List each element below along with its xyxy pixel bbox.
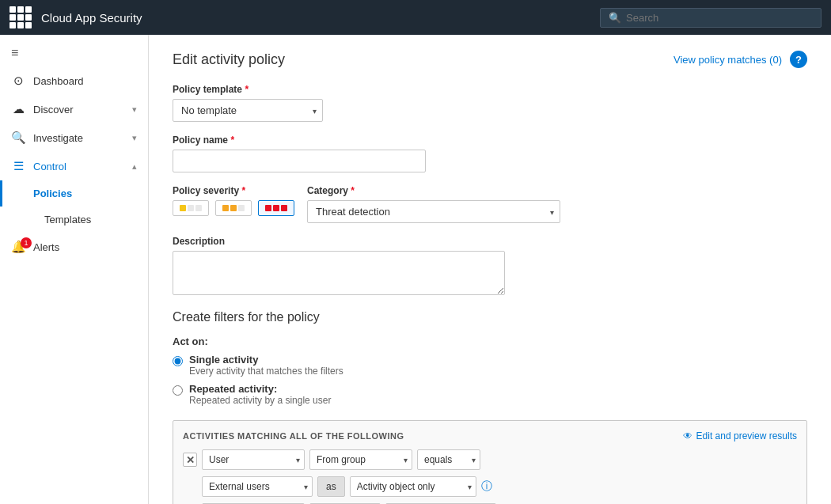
filter-op-from-group-wrap: From group bbox=[309, 449, 412, 470]
filter-row-user: ✕ User From group equals bbox=[183, 449, 797, 470]
view-policy-matches-link[interactable]: View policy matches (0) bbox=[674, 54, 782, 66]
single-activity-radio[interactable] bbox=[173, 356, 183, 366]
policy-name-label: Policy name * bbox=[173, 135, 807, 146]
info-icon[interactable]: ⓘ bbox=[481, 479, 492, 494]
description-textarea[interactable] bbox=[173, 251, 505, 295]
edit-preview-button[interactable]: 👁 Edit and preview results bbox=[683, 430, 797, 441]
filter-field-user-wrap: User bbox=[202, 449, 305, 470]
as-button[interactable]: as bbox=[317, 476, 345, 497]
policy-severity-group: Policy severity * bbox=[173, 185, 294, 223]
filter-remove-user[interactable]: ✕ bbox=[183, 453, 197, 467]
sidebar-item-label: Templates bbox=[44, 214, 91, 225]
severity-high-button[interactable] bbox=[258, 200, 294, 216]
filter-box-title: ACTIVITIES MATCHING ALL OF THE FOLLOWING bbox=[183, 431, 404, 441]
severity-medium-button[interactable] bbox=[215, 200, 252, 216]
topbar: Cloud App Security 🔍 bbox=[0, 0, 831, 35]
sidebar-item-label: Alerts bbox=[33, 241, 59, 253]
app-grid-icon[interactable] bbox=[9, 6, 32, 28]
filter-row-user-ext: External users as Activity object only ⓘ bbox=[202, 476, 797, 497]
policy-name-group: Policy name * Microsoft Teams - External… bbox=[173, 135, 807, 172]
sidebar-item-label: Control bbox=[33, 161, 66, 172]
sidebar-item-label: Discover bbox=[33, 104, 74, 116]
dashboard-icon: ⊙ bbox=[11, 74, 25, 88]
filter-equals-wrap: equals bbox=[417, 449, 480, 470]
search-input[interactable] bbox=[626, 12, 813, 24]
page-header: Edit activity policy View policy matches… bbox=[173, 51, 807, 68]
severity-low-button[interactable] bbox=[173, 200, 209, 216]
discover-icon: ☁ bbox=[11, 102, 25, 116]
hamburger-menu[interactable]: ≡ bbox=[0, 40, 148, 66]
control-icon: ☰ bbox=[11, 159, 25, 173]
sidebar-item-label: Policies bbox=[33, 188, 72, 199]
policy-severity-label: Policy severity * bbox=[173, 185, 294, 196]
page-actions: View policy matches (0) ? bbox=[674, 51, 807, 68]
policy-template-select-wrap: No template ▾ bbox=[173, 99, 323, 122]
category-group: Category * Threat detection ▾ bbox=[307, 185, 560, 223]
content-area: Edit activity policy View policy matches… bbox=[149, 35, 831, 504]
sidebar-item-investigate[interactable]: 🔍 Investigate ▾ bbox=[0, 123, 148, 152]
category-select-wrap: Threat detection ▾ bbox=[307, 200, 560, 223]
page-title: Edit activity policy bbox=[173, 51, 285, 68]
investigate-icon: 🔍 bbox=[11, 131, 25, 145]
chevron-up-icon: ▴ bbox=[132, 161, 137, 172]
category-label: Category * bbox=[307, 185, 560, 196]
help-button[interactable]: ? bbox=[790, 51, 807, 68]
single-activity-label: Single activity bbox=[189, 354, 343, 366]
search-icon: 🔍 bbox=[609, 12, 621, 24]
alerts-badge: 1 bbox=[21, 237, 32, 248]
filter-header: ACTIVITIES MATCHING ALL OF THE FOLLOWING… bbox=[183, 430, 797, 441]
act-on-radio-group: Single activity Every activity that matc… bbox=[173, 354, 807, 406]
policy-template-select[interactable]: No template bbox=[173, 99, 323, 122]
repeated-activity-label: Repeated activity: bbox=[189, 383, 331, 395]
filter-external-users-wrap: External users bbox=[202, 476, 313, 497]
repeated-activity-desc: Repeated activity by a single user bbox=[189, 395, 331, 406]
filter-activity-object[interactable]: Activity object only bbox=[350, 476, 476, 497]
repeated-activity-radio[interactable] bbox=[173, 385, 183, 396]
app-title: Cloud App Security bbox=[41, 11, 142, 25]
sidebar-item-alerts[interactable]: 🔔 1 Alerts bbox=[0, 233, 148, 261]
filter-box: ACTIVITIES MATCHING ALL OF THE FOLLOWING… bbox=[173, 420, 807, 504]
filter-equals-select[interactable]: equals bbox=[417, 449, 480, 470]
main-content: Edit activity policy View policy matches… bbox=[149, 35, 831, 504]
repeated-activity-option: Repeated activity: Repeated activity by … bbox=[173, 383, 807, 406]
filter-op-from-group[interactable]: From group bbox=[309, 449, 412, 470]
single-activity-option: Single activity Every activity that matc… bbox=[173, 354, 807, 377]
sidebar-item-control[interactable]: ☰ Control ▴ bbox=[0, 152, 148, 180]
single-activity-desc: Every activity that matches the filters bbox=[189, 366, 343, 377]
policy-name-input[interactable]: Microsoft Teams - External user added to… bbox=[173, 150, 426, 172]
chevron-down-icon: ▾ bbox=[132, 133, 137, 143]
sidebar-item-templates[interactable]: Templates bbox=[0, 207, 148, 233]
policy-template-group: Policy template * No template ▾ bbox=[173, 84, 807, 122]
sidebar: ≡ ⊙ Dashboard ☁ Discover ▾ 🔍 Investigate… bbox=[0, 35, 149, 504]
eye-icon: 👁 bbox=[683, 430, 692, 441]
filter-activity-object-wrap: Activity object only bbox=[350, 476, 476, 497]
sidebar-item-policies[interactable]: Policies bbox=[0, 180, 148, 207]
description-group: Description bbox=[173, 236, 807, 297]
search-bar: 🔍 bbox=[600, 8, 822, 28]
sidebar-item-label: Investigate bbox=[33, 132, 83, 144]
sidebar-item-label: Dashboard bbox=[33, 75, 84, 87]
sidebar-item-dashboard[interactable]: ⊙ Dashboard bbox=[0, 66, 148, 95]
chevron-down-icon: ▾ bbox=[132, 104, 137, 115]
filter-field-user[interactable]: User bbox=[202, 449, 305, 470]
filter-external-users[interactable]: External users bbox=[202, 476, 313, 497]
act-on-label: Act on: bbox=[173, 335, 807, 347]
sidebar-item-discover[interactable]: ☁ Discover ▾ bbox=[0, 95, 148, 123]
severity-row bbox=[173, 200, 294, 216]
description-label: Description bbox=[173, 236, 807, 247]
filters-section-title: Create filters for the policy bbox=[173, 310, 807, 324]
severity-category-row: Policy severity * bbox=[173, 185, 807, 236]
policy-template-label: Policy template * bbox=[173, 84, 807, 95]
category-select[interactable]: Threat detection bbox=[307, 200, 560, 223]
